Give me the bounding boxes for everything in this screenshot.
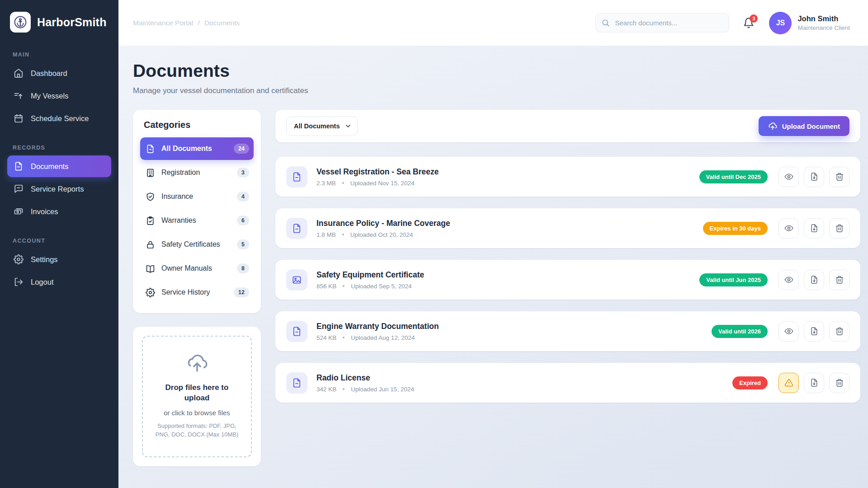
- document-info: Radio License 342 KB Uploaded Jun 15, 20…: [316, 373, 414, 393]
- clipboard-check-icon: [146, 216, 155, 225]
- left-column: Categories All Documents 24: [133, 110, 261, 466]
- category-insurance[interactable]: Insurance 4: [140, 185, 254, 208]
- delete-button[interactable]: [829, 167, 849, 187]
- sidebar-item-logout[interactable]: Logout: [7, 271, 111, 293]
- document-row: Radio License 342 KB Uploaded Jun 15, 20…: [275, 363, 860, 403]
- sidebar-item-dashboard[interactable]: Dashboard: [7, 62, 111, 84]
- document-size: 342 KB: [316, 386, 336, 393]
- brand-logo: [10, 12, 31, 33]
- category-count: 5: [237, 239, 249, 249]
- view-button[interactable]: [778, 167, 799, 187]
- view-button[interactable]: [778, 321, 799, 342]
- notifications-button[interactable]: 3: [743, 17, 755, 29]
- sidebar: HarborSmith MAIN Dashboard My Vessels S: [0, 0, 118, 488]
- download-button[interactable]: [804, 218, 824, 239]
- categories-panel: Categories All Documents 24: [133, 110, 261, 313]
- expired-warning-button[interactable]: [778, 373, 799, 393]
- sidebar-item-schedule-service[interactable]: Schedule Service: [7, 108, 111, 129]
- category-registration[interactable]: Registration 3: [140, 161, 254, 184]
- upload-document-label: Upload Document: [782, 122, 840, 130]
- file-icon: [292, 223, 302, 234]
- category-count: 12: [234, 287, 249, 297]
- category-label: Owner Manuals: [161, 264, 231, 272]
- category-label: Service History: [161, 288, 227, 296]
- gear-icon: [14, 254, 24, 264]
- eye-icon: [784, 172, 793, 181]
- upload-document-button[interactable]: Upload Document: [759, 116, 849, 136]
- download-button[interactable]: [804, 321, 824, 342]
- category-all-documents[interactable]: All Documents 24: [140, 137, 254, 160]
- anchor-icon: [13, 15, 28, 29]
- home-icon: [14, 68, 24, 78]
- page-title: Documents: [133, 61, 860, 81]
- sidebar-item-service-reports[interactable]: Service Reports: [7, 178, 111, 200]
- notification-badge: 3: [750, 14, 758, 23]
- delete-button[interactable]: [829, 373, 849, 393]
- document-actions: Expires in 30 days: [703, 218, 849, 239]
- logout-icon: [14, 277, 24, 287]
- download-button[interactable]: [804, 373, 824, 393]
- brand-name: HarborSmith: [37, 16, 107, 29]
- user-info: John Smith Maintenance Client: [797, 14, 850, 31]
- file-download-icon: [810, 378, 819, 387]
- document-row: Safety Equipment Certificate 856 KB Uplo…: [275, 260, 860, 300]
- trash-icon: [835, 172, 844, 181]
- document-size: 856 KB: [316, 283, 336, 290]
- category-safety-certificates[interactable]: Safety Certificates 5: [140, 233, 254, 256]
- document-title: Safety Equipment Certificate: [316, 270, 424, 280]
- document-actions: Valid until Jun 2025: [699, 270, 849, 290]
- category-count: 8: [237, 263, 249, 273]
- breadcrumb-root[interactable]: Maintenance Portal: [133, 19, 193, 27]
- document-title: Radio License: [316, 373, 414, 383]
- view-button[interactable]: [778, 218, 799, 239]
- file-dropzone[interactable]: Drop files here to upload or click to br…: [142, 336, 252, 457]
- download-button[interactable]: [804, 270, 824, 290]
- breadcrumb-separator: /: [198, 19, 200, 27]
- search-input[interactable]: [595, 13, 729, 33]
- document-list: Vessel Registration - Sea Breeze 2.3 MB …: [275, 157, 860, 403]
- category-label: Safety Certificates: [161, 240, 231, 249]
- warning-triangle-icon: [784, 378, 793, 387]
- file-download-icon: [810, 224, 819, 233]
- calendar-icon: [14, 113, 24, 123]
- user-menu[interactable]: JS John Smith Maintenance Client: [769, 12, 850, 34]
- sidebar-item-documents[interactable]: Documents: [7, 155, 111, 177]
- search-icon: [601, 19, 610, 27]
- document-meta: 342 KB Uploaded Jun 15, 2024: [316, 386, 414, 393]
- download-button[interactable]: [804, 167, 824, 187]
- category-service-history[interactable]: Service History 12: [140, 281, 254, 304]
- sidebar-item-my-vessels[interactable]: My Vessels: [7, 85, 111, 107]
- categories-title: Categories: [144, 120, 254, 130]
- topbar-right: 3 JS John Smith Maintenance Client: [595, 12, 850, 34]
- sidebar-item-invoices[interactable]: Invoices: [7, 201, 111, 222]
- view-button[interactable]: [778, 270, 799, 290]
- delete-button[interactable]: [829, 270, 849, 290]
- eye-icon: [784, 224, 793, 233]
- dropzone-title: Drop files here to upload: [150, 383, 244, 404]
- document-actions: Valid until Dec 2025: [699, 167, 849, 187]
- filter-select[interactable]: All Documents: [286, 117, 358, 136]
- category-warranties[interactable]: Warranties 6: [140, 209, 254, 232]
- separator-dot: [343, 285, 344, 287]
- file-download-icon: [810, 172, 819, 181]
- sidebar-item-label: My Vessels: [31, 92, 68, 100]
- sidebar-item-label: Service Reports: [31, 185, 84, 193]
- file-icon: [146, 144, 155, 154]
- separator-dot: [342, 182, 344, 184]
- category-label: All Documents: [161, 145, 227, 153]
- document-actions: Expired: [732, 373, 849, 393]
- delete-button[interactable]: [829, 321, 849, 342]
- file-type-tile: [286, 218, 307, 239]
- report-icon: [14, 184, 24, 194]
- document-size: 524 KB: [316, 334, 336, 341]
- document-info: Vessel Registration - Sea Breeze 2.3 MB …: [316, 167, 439, 187]
- trash-icon: [835, 224, 844, 233]
- document-uploaded: Uploaded Aug 12, 2024: [351, 334, 415, 341]
- category-count: 24: [234, 144, 249, 154]
- file-type-tile: [286, 321, 307, 342]
- eye-icon: [784, 327, 793, 336]
- sidebar-item-settings[interactable]: Settings: [7, 249, 111, 270]
- document-size: 1.8 MB: [316, 231, 336, 238]
- delete-button[interactable]: [829, 218, 849, 239]
- category-owner-manuals[interactable]: Owner Manuals 8: [140, 257, 254, 280]
